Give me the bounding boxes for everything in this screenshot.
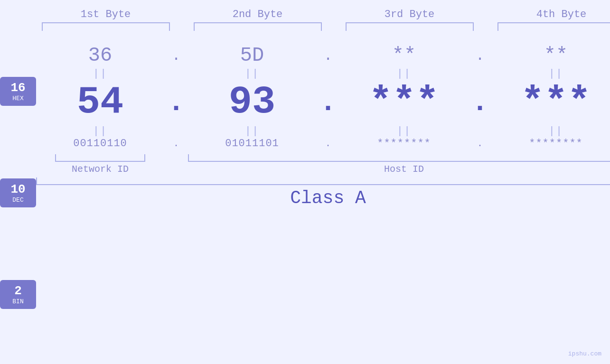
network-id-label: Network ID (72, 164, 129, 175)
dec-b4: *** (492, 80, 610, 124)
bin-name: BIN (6, 298, 30, 305)
eq1-b3: || (340, 68, 468, 80)
hex-dot3: . (468, 47, 492, 65)
dec-b3: *** (340, 80, 468, 124)
grid-area: 36 . 5D . ** . ** || || || || 54 (36, 36, 610, 364)
network-id-bracket (55, 154, 145, 162)
eq2-b2: || (188, 125, 316, 137)
eq2-b3: || (340, 125, 468, 137)
top-bracket-row (28, 22, 610, 31)
bin-dot1: . (164, 138, 188, 149)
equals-row-1: || || || || (36, 67, 610, 80)
header-row: 1st Byte 2nd Byte 3rd Byte 4th Byte (28, 0, 610, 20)
dec-dot2: . (316, 86, 340, 119)
eq1-b1: || (36, 68, 164, 80)
hex-b3: ** (340, 44, 468, 67)
dec-dot3: . (468, 86, 492, 119)
hex-row: 36 . 5D . ** . ** (36, 44, 610, 67)
byte2-header: 2nd Byte (194, 9, 322, 20)
hex-dot2: . (316, 47, 340, 65)
bin-row: 00110110 . 01011101 . ******** . *******… (36, 138, 610, 149)
dec-name: DEC (6, 196, 30, 204)
bin-dot3: . (468, 138, 492, 149)
dec-num: 10 (6, 182, 30, 196)
byte1-header: 1st Byte (42, 9, 170, 20)
eq1-b4: || (492, 68, 610, 80)
hex-name: HEX (6, 95, 30, 102)
main-container: 1st Byte 2nd Byte 3rd Byte 4th Byte 16 H… (0, 0, 610, 364)
bin-b4: ******** (492, 138, 610, 149)
dec-b2: 93 (188, 80, 316, 124)
equals-row-2: || || || || (36, 124, 610, 138)
class-bracket (36, 177, 610, 185)
hex-num: 16 (6, 81, 30, 95)
data-area: 16 HEX 10 DEC 2 BIN 36 . 5D . ** . ** (0, 36, 610, 364)
bin-b1: 00110110 (36, 138, 164, 149)
dec-row: 54 . 93 . *** . *** (36, 80, 610, 124)
bracket-byte2 (194, 22, 322, 31)
class-label: Class A (290, 188, 366, 208)
host-id-label: Host ID (384, 164, 424, 175)
bracket-byte4 (497, 22, 610, 31)
labels-col: 16 HEX 10 DEC 2 BIN (0, 36, 36, 364)
hex-b2: 5D (188, 44, 316, 67)
dec-b1: 54 (36, 80, 164, 124)
watermark: ipshu.com (568, 350, 601, 357)
bin-b3: ******** (340, 138, 468, 149)
eq1-b2: || (188, 68, 316, 80)
hex-badge: 16 HEX (0, 77, 36, 106)
hex-dot1: . (164, 47, 188, 65)
eq2-b4: || (492, 125, 610, 137)
hex-b4: ** (492, 44, 610, 67)
host-id-bracket (188, 154, 610, 162)
byte3-header: 3rd Byte (346, 9, 474, 20)
bin-badge: 2 BIN (0, 280, 36, 309)
bin-num: 2 (6, 284, 30, 298)
byte4-header: 4th Byte (497, 9, 610, 20)
dec-dot1: . (164, 86, 188, 119)
bracket-byte1 (42, 22, 170, 31)
bin-b2: 01011101 (188, 138, 316, 149)
bin-dot2: . (316, 138, 340, 149)
bracket-byte3 (346, 22, 474, 31)
dec-badge: 10 DEC (0, 178, 36, 207)
eq2-b1: || (36, 125, 164, 137)
hex-b1: 36 (36, 44, 164, 67)
